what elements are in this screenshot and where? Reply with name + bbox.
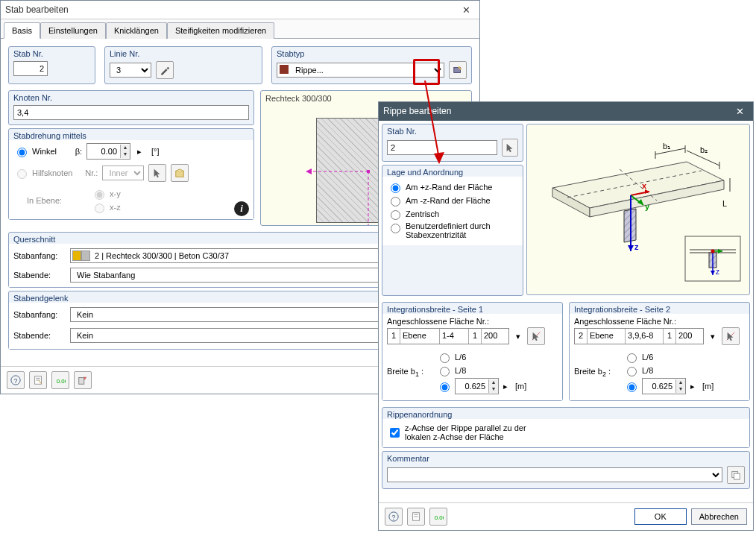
lage-o3[interactable]: Zentrisch — [387, 208, 518, 220]
svg-text:b₁: b₁ — [663, 142, 670, 151]
int1-dd-icon[interactable]: ▾ — [514, 332, 523, 341]
angle-extra-arrow[interactable]: ▸ — [135, 147, 144, 157]
linie-nr-select[interactable]: 3 — [110, 63, 151, 78]
rippe-title: Rippe bearbeiten — [383, 106, 731, 116]
stabtyp-caption: Stabtyp — [272, 47, 471, 58]
rippe-close-icon[interactable]: ✕ — [731, 106, 749, 117]
svg-text:0.00: 0.00 — [435, 514, 444, 521]
rippe-titlebar: Rippe bearbeiten ✕ — [379, 102, 753, 121]
hk-new-icon[interactable] — [171, 164, 189, 182]
int2-fl-label: Angeschlossene Fläche Nr.: — [574, 317, 745, 326]
tab-knicklaengen[interactable]: Knicklängen — [106, 22, 167, 39]
svg-marker-3 — [306, 168, 312, 174]
svg-rect-7 — [367, 170, 370, 173]
lage-caption: Lage und Anordnung — [382, 165, 523, 177]
close-icon[interactable]: ✕ — [457, 4, 475, 16]
beta-label: β: — [61, 147, 82, 156]
int1-custom[interactable]: ▴▾ ▸ [m] — [436, 378, 526, 394]
hk-nr-select: Innen — [102, 165, 144, 180]
int1-l8[interactable]: L/8 — [436, 365, 526, 376]
svg-text:?: ? — [14, 377, 18, 385]
r-stab-nr-caption: Stab Nr. — [382, 124, 523, 136]
sg-stabanfang-label: Stabanfang: — [13, 310, 66, 319]
tabs: Basis Einstellungen Knicklängen Steifigk… — [1, 19, 479, 39]
edit-stabtyp-button[interactable] — [449, 61, 467, 79]
knoten-nr-caption: Knoten Nr. — [9, 91, 253, 102]
hilfsknoten-radio[interactable]: Hilfsknoten — [13, 167, 72, 179]
int2-custom[interactable]: ▴▾ ▸ [m] — [623, 378, 714, 394]
svg-rect-1 — [176, 171, 184, 177]
int1-pick-icon[interactable] — [527, 327, 545, 345]
notes-icon[interactable] — [29, 371, 47, 389]
svg-point-55 — [711, 250, 715, 253]
z-parallel-check[interactable]: z-Achse der Rippe parallel zu der lokale… — [387, 423, 551, 441]
tab-steifigkeiten[interactable]: Steifigkeiten modifizieren — [167, 22, 274, 39]
tab-einstellungen[interactable]: Einstellungen — [40, 22, 106, 39]
kommentar-lib-icon[interactable] — [727, 466, 745, 484]
units-icon[interactable]: 0.00 — [51, 371, 69, 389]
xz-radio: x-z — [91, 201, 121, 213]
angle-unit: [°] — [151, 147, 160, 156]
r-help-icon[interactable]: ? — [385, 508, 403, 526]
in-ebene-label: In Ebene: — [13, 196, 86, 205]
int1-fl-label: Angeschlossene Fläche Nr.: — [387, 317, 558, 326]
linie-nr-caption: Linie Nr. — [105, 47, 262, 58]
q-stabende-label: Stabende: — [13, 271, 66, 280]
pick-line-icon[interactable] — [156, 61, 174, 79]
rippe-cancel-button[interactable]: Abbrechen — [691, 508, 747, 525]
sg-stabende-label: Stabende: — [13, 331, 66, 340]
r-units-icon[interactable]: 0.00 — [429, 508, 447, 526]
rippe-diagram: x y z b₁ b₂ L z — [527, 124, 749, 294]
winkel-radio[interactable]: Winkel — [13, 145, 57, 157]
knoten-nr-input[interactable] — [13, 105, 249, 120]
kommentar-caption: Kommentar — [382, 452, 749, 463]
main-title: Stab bearbeiten — [5, 4, 457, 15]
q-stabanfang-label: Stabanfang: — [13, 251, 66, 260]
angle-spinner[interactable]: ▴▾ — [86, 143, 130, 160]
r-notes-icon[interactable] — [407, 508, 425, 526]
svg-text:0.00: 0.00 — [57, 378, 66, 385]
int1-caption: Integrationsbreite - Seite 1 — [382, 303, 562, 314]
stabdrehung-caption: Stabdrehung mittels — [9, 129, 253, 140]
svg-marker-35 — [628, 245, 634, 251]
help-icon[interactable]: ? — [7, 371, 25, 389]
int2-l6[interactable]: L/6 — [623, 351, 714, 363]
int2-l8[interactable]: L/8 — [623, 365, 714, 376]
int2-caption: Integrationsbreite - Seite 2 — [570, 303, 749, 314]
lage-o2[interactable]: Am -z-Rand der Fläche — [387, 195, 518, 206]
svg-rect-57 — [734, 473, 740, 479]
export-icon[interactable] — [74, 371, 92, 389]
spin-down-icon[interactable]: ▾ — [120, 151, 130, 158]
rippe-ok-button[interactable]: OK — [634, 508, 687, 525]
main-titlebar: Stab bearbeiten ✕ — [1, 1, 479, 19]
r-pick-stab-icon[interactable] — [502, 139, 518, 157]
tab-basis[interactable]: Basis — [4, 22, 40, 39]
kommentar-select[interactable] — [387, 467, 722, 482]
hk-pick-icon[interactable] — [148, 164, 166, 182]
svg-text:z: z — [716, 268, 719, 276]
info-icon[interactable]: i — [234, 201, 249, 216]
lage-o4[interactable]: Benutzerdefiniert durch Stabexzentrizitä… — [387, 221, 518, 239]
stab-nr-caption: Stab Nr. — [9, 47, 95, 58]
svg-rect-19 — [79, 378, 84, 385]
xy-radio: x-y — [91, 188, 121, 200]
svg-text:y: y — [645, 202, 650, 211]
hk-nr-label: Nr.: — [77, 168, 98, 177]
stab-nr-input[interactable] — [13, 61, 48, 76]
svg-text:x: x — [642, 181, 647, 190]
int1-l6[interactable]: L/6 — [436, 351, 526, 363]
svg-text:L: L — [722, 199, 727, 208]
svg-text:z: z — [634, 242, 639, 251]
svg-text:?: ? — [392, 514, 396, 521]
int2-pick-icon[interactable] — [722, 327, 740, 345]
r-stab-nr-input[interactable] — [387, 140, 497, 155]
rippenanordnung-caption: Rippenanordnung — [382, 408, 749, 419]
lage-o1[interactable]: Am +z-Rand der Fläche — [387, 181, 518, 193]
stabtyp-select[interactable]: Rippe... — [277, 63, 444, 78]
int2-dd-icon[interactable]: ▾ — [708, 332, 717, 341]
svg-text:b₂: b₂ — [700, 145, 708, 154]
